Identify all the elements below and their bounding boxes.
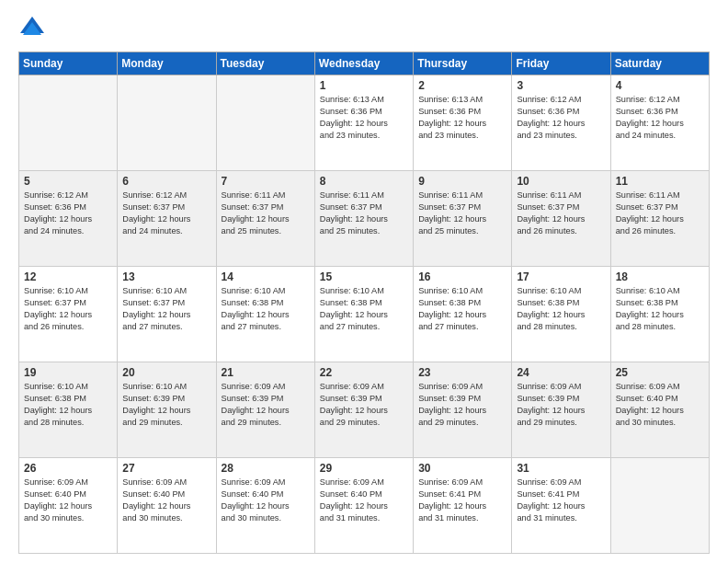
day-number: 28 bbox=[222, 462, 310, 475]
day-info: Sunrise: 6:12 AM Sunset: 6:36 PM Dayligh… bbox=[24, 190, 112, 237]
day-number: 27 bbox=[122, 462, 210, 475]
day-number: 25 bbox=[616, 366, 704, 379]
day-number: 21 bbox=[222, 366, 310, 379]
calendar-cell: 29Sunrise: 6:09 AM Sunset: 6:40 PM Dayli… bbox=[314, 458, 413, 554]
calendar-cell bbox=[118, 75, 216, 171]
day-header-wednesday: Wednesday bbox=[314, 52, 413, 75]
day-info: Sunrise: 6:09 AM Sunset: 6:39 PM Dayligh… bbox=[320, 381, 408, 429]
day-info: Sunrise: 6:09 AM Sunset: 6:40 PM Dayligh… bbox=[24, 477, 112, 524]
day-info: Sunrise: 6:11 AM Sunset: 6:37 PM Dayligh… bbox=[616, 190, 704, 237]
day-number: 6 bbox=[122, 175, 210, 188]
day-info: Sunrise: 6:11 AM Sunset: 6:37 PM Dayligh… bbox=[320, 190, 408, 237]
calendar-week-4: 26Sunrise: 6:09 AM Sunset: 6:40 PM Dayli… bbox=[19, 458, 710, 554]
calendar: SundayMondayTuesdayWednesdayThursdayFrid… bbox=[18, 52, 710, 554]
calendar-cell: 10Sunrise: 6:11 AM Sunset: 6:37 PM Dayli… bbox=[512, 171, 610, 267]
day-info: Sunrise: 6:10 AM Sunset: 6:38 PM Dayligh… bbox=[616, 285, 704, 333]
calendar-cell: 8Sunrise: 6:11 AM Sunset: 6:37 PM Daylig… bbox=[314, 171, 413, 267]
calendar-cell: 3Sunrise: 6:12 AM Sunset: 6:36 PM Daylig… bbox=[512, 75, 610, 171]
calendar-cell: 13Sunrise: 6:10 AM Sunset: 6:37 PM Dayli… bbox=[118, 267, 216, 362]
calendar-cell: 4Sunrise: 6:12 AM Sunset: 6:36 PM Daylig… bbox=[610, 75, 709, 171]
day-info: Sunrise: 6:09 AM Sunset: 6:39 PM Dayligh… bbox=[418, 381, 506, 429]
day-info: Sunrise: 6:09 AM Sunset: 6:39 PM Dayligh… bbox=[222, 381, 310, 429]
day-info: Sunrise: 6:09 AM Sunset: 6:41 PM Dayligh… bbox=[517, 477, 605, 524]
day-header-monday: Monday bbox=[118, 52, 216, 75]
day-number: 24 bbox=[517, 366, 605, 379]
day-info: Sunrise: 6:12 AM Sunset: 6:36 PM Dayligh… bbox=[517, 94, 605, 142]
calendar-cell: 16Sunrise: 6:10 AM Sunset: 6:38 PM Dayli… bbox=[414, 267, 512, 362]
calendar-cell bbox=[19, 75, 118, 171]
day-number: 12 bbox=[24, 270, 112, 283]
day-number: 14 bbox=[222, 270, 310, 283]
day-number: 7 bbox=[222, 175, 310, 188]
calendar-cell: 25Sunrise: 6:09 AM Sunset: 6:40 PM Dayli… bbox=[610, 362, 709, 458]
day-number: 16 bbox=[418, 270, 506, 283]
calendar-cell: 1Sunrise: 6:13 AM Sunset: 6:36 PM Daylig… bbox=[314, 75, 413, 171]
day-info: Sunrise: 6:09 AM Sunset: 6:40 PM Dayligh… bbox=[616, 381, 704, 429]
day-info: Sunrise: 6:12 AM Sunset: 6:37 PM Dayligh… bbox=[122, 190, 210, 237]
calendar-cell: 22Sunrise: 6:09 AM Sunset: 6:39 PM Dayli… bbox=[314, 362, 413, 458]
calendar-week-0: 1Sunrise: 6:13 AM Sunset: 6:36 PM Daylig… bbox=[19, 75, 710, 171]
day-header-friday: Friday bbox=[512, 52, 610, 75]
day-info: Sunrise: 6:09 AM Sunset: 6:40 PM Dayligh… bbox=[122, 477, 210, 524]
day-number: 13 bbox=[122, 270, 210, 283]
day-number: 10 bbox=[517, 175, 605, 188]
calendar-cell: 19Sunrise: 6:10 AM Sunset: 6:38 PM Dayli… bbox=[19, 362, 118, 458]
day-info: Sunrise: 6:09 AM Sunset: 6:39 PM Dayligh… bbox=[517, 381, 605, 429]
day-number: 3 bbox=[517, 79, 605, 92]
day-info: Sunrise: 6:10 AM Sunset: 6:39 PM Dayligh… bbox=[122, 381, 210, 429]
day-info: Sunrise: 6:13 AM Sunset: 6:36 PM Dayligh… bbox=[418, 94, 506, 142]
calendar-cell: 31Sunrise: 6:09 AM Sunset: 6:41 PM Dayli… bbox=[512, 458, 610, 554]
calendar-cell: 7Sunrise: 6:11 AM Sunset: 6:37 PM Daylig… bbox=[216, 171, 314, 267]
calendar-cell bbox=[216, 75, 314, 171]
calendar-cell: 20Sunrise: 6:10 AM Sunset: 6:39 PM Dayli… bbox=[118, 362, 216, 458]
calendar-cell: 21Sunrise: 6:09 AM Sunset: 6:39 PM Dayli… bbox=[216, 362, 314, 458]
day-info: Sunrise: 6:12 AM Sunset: 6:36 PM Dayligh… bbox=[616, 94, 704, 142]
day-info: Sunrise: 6:09 AM Sunset: 6:40 PM Dayligh… bbox=[222, 477, 310, 524]
day-number: 20 bbox=[122, 366, 210, 379]
calendar-week-3: 19Sunrise: 6:10 AM Sunset: 6:38 PM Dayli… bbox=[19, 362, 710, 458]
calendar-cell: 12Sunrise: 6:10 AM Sunset: 6:37 PM Dayli… bbox=[19, 267, 118, 362]
day-number: 1 bbox=[320, 79, 408, 92]
calendar-cell: 9Sunrise: 6:11 AM Sunset: 6:37 PM Daylig… bbox=[414, 171, 512, 267]
day-info: Sunrise: 6:09 AM Sunset: 6:41 PM Dayligh… bbox=[418, 477, 506, 524]
day-number: 11 bbox=[616, 175, 704, 188]
day-number: 18 bbox=[616, 270, 704, 283]
day-header-sunday: Sunday bbox=[19, 52, 118, 75]
day-info: Sunrise: 6:10 AM Sunset: 6:38 PM Dayligh… bbox=[222, 285, 310, 333]
day-number: 31 bbox=[517, 462, 605, 475]
day-info: Sunrise: 6:10 AM Sunset: 6:38 PM Dayligh… bbox=[24, 381, 112, 429]
day-info: Sunrise: 6:09 AM Sunset: 6:40 PM Dayligh… bbox=[320, 477, 408, 524]
day-number: 2 bbox=[418, 79, 506, 92]
calendar-cell: 27Sunrise: 6:09 AM Sunset: 6:40 PM Dayli… bbox=[118, 458, 216, 554]
day-info: Sunrise: 6:11 AM Sunset: 6:37 PM Dayligh… bbox=[517, 190, 605, 237]
calendar-header-row: SundayMondayTuesdayWednesdayThursdayFrid… bbox=[19, 52, 710, 75]
calendar-cell: 5Sunrise: 6:12 AM Sunset: 6:36 PM Daylig… bbox=[19, 171, 118, 267]
calendar-cell: 30Sunrise: 6:09 AM Sunset: 6:41 PM Dayli… bbox=[414, 458, 512, 554]
day-header-thursday: Thursday bbox=[414, 52, 512, 75]
day-number: 5 bbox=[24, 175, 112, 188]
day-number: 8 bbox=[320, 175, 408, 188]
calendar-cell: 14Sunrise: 6:10 AM Sunset: 6:38 PM Dayli… bbox=[216, 267, 314, 362]
day-info: Sunrise: 6:10 AM Sunset: 6:37 PM Dayligh… bbox=[122, 285, 210, 333]
day-number: 26 bbox=[24, 462, 112, 475]
day-number: 9 bbox=[418, 175, 506, 188]
day-info: Sunrise: 6:10 AM Sunset: 6:38 PM Dayligh… bbox=[517, 285, 605, 333]
logo-icon bbox=[18, 15, 46, 42]
day-number: 19 bbox=[24, 366, 112, 379]
day-number: 4 bbox=[616, 79, 704, 92]
calendar-cell: 11Sunrise: 6:11 AM Sunset: 6:37 PM Dayli… bbox=[610, 171, 709, 267]
day-info: Sunrise: 6:11 AM Sunset: 6:37 PM Dayligh… bbox=[418, 190, 506, 237]
day-number: 22 bbox=[320, 366, 408, 379]
calendar-cell: 28Sunrise: 6:09 AM Sunset: 6:40 PM Dayli… bbox=[216, 458, 314, 554]
calendar-cell bbox=[610, 458, 709, 554]
header bbox=[18, 15, 710, 42]
day-number: 30 bbox=[418, 462, 506, 475]
day-number: 29 bbox=[320, 462, 408, 475]
calendar-cell: 6Sunrise: 6:12 AM Sunset: 6:37 PM Daylig… bbox=[118, 171, 216, 267]
calendar-week-1: 5Sunrise: 6:12 AM Sunset: 6:36 PM Daylig… bbox=[19, 171, 710, 267]
calendar-cell: 17Sunrise: 6:10 AM Sunset: 6:38 PM Dayli… bbox=[512, 267, 610, 362]
calendar-cell: 15Sunrise: 6:10 AM Sunset: 6:38 PM Dayli… bbox=[314, 267, 413, 362]
day-info: Sunrise: 6:10 AM Sunset: 6:38 PM Dayligh… bbox=[418, 285, 506, 333]
day-info: Sunrise: 6:13 AM Sunset: 6:36 PM Dayligh… bbox=[320, 94, 408, 142]
day-number: 15 bbox=[320, 270, 408, 283]
